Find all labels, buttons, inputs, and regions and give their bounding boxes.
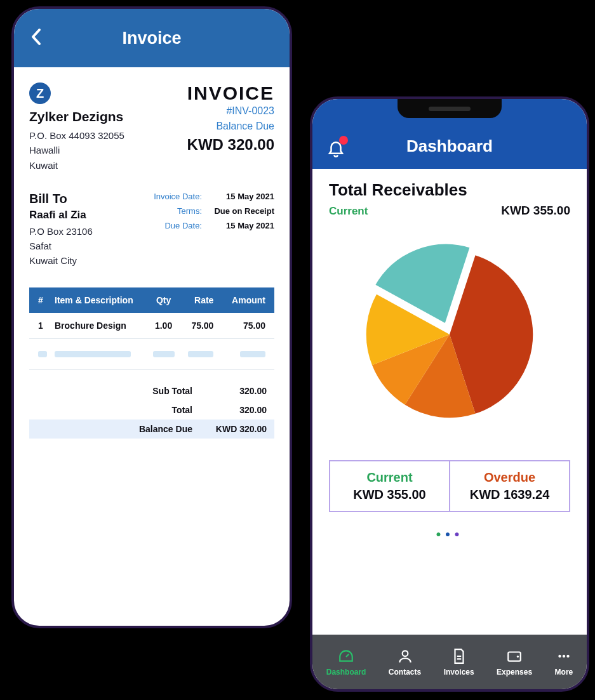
svg-point-4 [563,654,565,657]
bill-to-line1: P.O Box 23106 [29,224,93,239]
bill-to-title: Bill To [29,192,93,206]
subtotal-label: Sub Total [135,386,192,396]
tab-expenses[interactable]: Expenses [497,648,532,677]
col-rate: Rate [180,287,222,313]
invoice-meta: Invoice Date: 15 May 2021 Terms: Due on … [154,192,274,268]
current-label: Current [329,205,368,218]
cell-qty: 1.00 [147,313,180,339]
company-logo-icon: Z [29,83,51,104]
tab-dashboard-label: Dashboard [326,668,366,677]
from-address-line3: Kuwait [29,158,124,173]
col-num: # [29,287,51,313]
current-amount: KWD 355.00 [501,204,570,218]
bill-to-line2: Safat [29,239,93,253]
total-label: Total [135,405,192,415]
svg-point-5 [566,654,569,657]
balance-due-row-label: Balance Due [135,424,192,434]
items-table: # Item & Description Qty Rate Amount 1 B… [29,287,274,370]
terms-value: Due on Receipt [211,206,274,216]
cell-item: Brochure Design [51,313,147,339]
from-address-line1: P.O. Box 44093 32055 [29,128,124,143]
invoice-date-label: Invoice Date: [154,192,202,201]
page-indicator[interactable]: ●●● [329,529,570,539]
expenses-icon [506,648,523,664]
from-address-line2: Hawalli [29,143,124,157]
bill-to-line3: Kuwait City [29,253,93,268]
tab-invoices[interactable]: Invoices [444,648,474,677]
terms-label: Terms: [177,206,202,216]
invoice-header-title: Invoice [122,29,181,48]
svg-point-3 [558,654,561,657]
tab-more[interactable]: More [555,648,573,677]
back-icon[interactable] [30,28,42,50]
tab-dashboard[interactable]: Dashboard [326,648,366,677]
tab-contacts[interactable]: Contacts [389,648,421,677]
tab-expenses-label: Expenses [497,668,532,677]
phone-notch [398,99,502,118]
invoice-doc-title: INVOICE [187,83,274,104]
invoice-phone: Invoice Z Zylker Dezigns P.O. Box 44093 … [11,6,292,628]
cell-rate: 75.00 [180,313,222,339]
bill-to-name: Raafi al Zia [29,209,93,221]
invoices-icon [451,648,467,664]
tab-bar: Dashboard Contacts Invoices Expenses Mor… [312,635,587,689]
col-qty: Qty [147,287,180,313]
dashboard-header-title: Dashboard [406,136,493,156]
subtotal-value: 320.00 [206,386,267,396]
invoice-date-value: 15 May 2021 [211,192,274,201]
notification-bell-icon[interactable] [326,138,345,157]
legend-overdue[interactable]: Overdue KWD 1639.24 [450,461,569,511]
due-date-value: 15 May 2021 [211,221,274,230]
dashboard-phone: Dashboard Total Receivables Current KWD … [310,96,589,692]
from-company-name: Zylker Dezigns [29,109,124,124]
notification-dot-icon [339,136,348,145]
tab-invoices-label: Invoices [444,668,474,677]
col-item: Item & Description [51,287,147,313]
receivables-legend: Current KWD 355.00 Overdue KWD 1639.24 [329,460,570,512]
more-icon [556,648,572,664]
cell-num: 1 [29,313,51,339]
balance-due-amount: KWD 320.00 [187,136,274,154]
invoice-topbar: Invoice [14,9,290,67]
legend-current-value: KWD 355.00 [335,487,444,502]
legend-current[interactable]: Current KWD 355.00 [330,461,450,511]
due-date-label: Due Date: [164,221,202,230]
svg-point-2 [517,655,519,657]
invoice-number: #INV-0023 [187,105,274,117]
legend-current-label: Current [335,470,444,485]
col-amount: Amount [222,287,274,313]
cell-amount: 75.00 [222,313,274,339]
total-value: 320.00 [206,405,267,415]
balance-due-label: Balance Due [187,121,274,132]
contacts-icon [397,648,413,664]
svg-point-0 [402,650,408,656]
legend-overdue-label: Overdue [455,470,564,485]
table-row[interactable]: 1 Brochure Design 1.00 75.00 75.00 [29,313,274,339]
dashboard-icon [338,648,354,664]
receivables-pie-chart [329,239,570,430]
balance-due-row-value: KWD 320.00 [206,424,267,434]
tab-contacts-label: Contacts [389,668,421,677]
totals-block: Sub Total 320.00 Total 320.00 Balance Du… [29,381,274,439]
legend-overdue-value: KWD 1639.24 [455,487,564,502]
tab-more-label: More [555,668,573,677]
receivables-title: Total Receivables [329,180,570,200]
table-row-placeholder [29,338,274,369]
